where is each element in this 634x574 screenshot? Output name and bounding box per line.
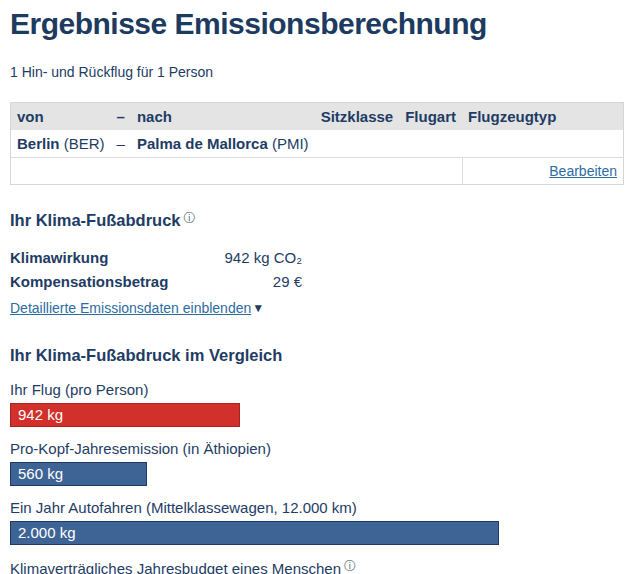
comparison-heading: Ihr Klima-Fußabdruck im Vergleich [10, 346, 624, 365]
cell-aircraft-type [462, 130, 623, 157]
footprint-values: Klimawirkung 942 kg CO₂ Kompensationsbet… [10, 249, 302, 290]
action-row-spacer [11, 157, 463, 184]
col-header-seat-class: Sitzklasse [315, 102, 400, 130]
info-icon[interactable]: ⓘ [344, 558, 356, 574]
flight-table-action-row: Bearbeiten [11, 157, 624, 184]
from-airport-code: (BER) [64, 135, 105, 152]
chevron-down-icon[interactable]: ▼ [252, 301, 264, 315]
compensation-amount-label: Kompensationsbetrag [10, 273, 168, 290]
flight-summary-subtitle: 1 Hin- und Rückflug für 1 Person [10, 64, 624, 80]
emission-details-link[interactable]: Detaillierte Emissionsdaten einblenden [10, 300, 251, 316]
from-city: Berlin [17, 135, 60, 152]
cell-from: Berlin (BER) [11, 130, 111, 157]
bar-car: 2.000 kg [10, 521, 499, 545]
cell-seat-class [315, 130, 400, 157]
bar-flight: 942 kg [10, 403, 240, 427]
cell-dash: – [111, 130, 131, 157]
flight-table-row: Berlin (BER) – Palma de Mallorca (PMI) [11, 130, 624, 157]
bar-group-flight: Ihr Flug (pro Person) 942 kg [10, 381, 624, 427]
edit-link[interactable]: Bearbeiten [549, 163, 617, 179]
edit-cell: Bearbeiten [462, 157, 623, 184]
flight-table-header-row: von – nach Sitzklasse Flugart Flugzeugty… [11, 102, 624, 130]
cell-to: Palma de Mallorca (PMI) [131, 130, 315, 157]
emission-details-toggle[interactable]: Detaillierte Emissionsdaten einblenden▼ [10, 299, 264, 317]
compensation-amount-value: 29 € [273, 273, 302, 290]
page-title: Ergebnisse Emissionsberechnung [10, 8, 624, 40]
bar-label-flight: Ihr Flug (pro Person) [10, 381, 624, 398]
climate-impact-value: 942 kg CO₂ [224, 249, 302, 266]
col-header-flight-type: Flugart [399, 102, 462, 130]
bar-label-ethiopia: Pro-Kopf-Jahresemission (in Äthiopien) [10, 440, 624, 457]
comparison-chart: Ihr Flug (pro Person) 942 kg Pro-Kopf-Ja… [10, 381, 624, 574]
bar-group-budget: Klimaverträgliches Jahresbudget eines Me… [10, 558, 624, 574]
col-header-from: von [11, 102, 111, 130]
climate-impact-label: Klimawirkung [10, 249, 108, 266]
flight-table: von – nach Sitzklasse Flugart Flugzeugty… [10, 102, 624, 185]
col-header-to: nach [131, 102, 315, 130]
bar-group-ethiopia: Pro-Kopf-Jahresemission (in Äthiopien) 5… [10, 440, 624, 486]
info-icon[interactable]: ⓘ [184, 210, 196, 227]
bar-label-budget-text: Klimaverträgliches Jahresbudget eines Me… [10, 560, 341, 574]
bar-ethiopia: 560 kg [10, 462, 147, 486]
footprint-heading-text: Ihr Klima-Fußabdruck [10, 211, 181, 229]
col-header-dash: – [111, 102, 131, 130]
bar-group-car: Ein Jahr Autofahren (Mittelklassewagen, … [10, 499, 624, 545]
to-city: Palma de Mallorca [137, 135, 268, 152]
to-airport-code: (PMI) [272, 135, 309, 152]
col-header-aircraft-type: Flugzeugtyp [462, 102, 623, 130]
cell-flight-type [399, 130, 462, 157]
bar-label-budget: Klimaverträgliches Jahresbudget eines Me… [10, 558, 624, 574]
footprint-heading: Ihr Klima-Fußabdruckⓘ [10, 210, 624, 230]
climate-impact-row: Klimawirkung 942 kg CO₂ [10, 249, 302, 266]
compensation-amount-row: Kompensationsbetrag 29 € [10, 273, 302, 290]
bar-label-car: Ein Jahr Autofahren (Mittelklassewagen, … [10, 499, 624, 516]
